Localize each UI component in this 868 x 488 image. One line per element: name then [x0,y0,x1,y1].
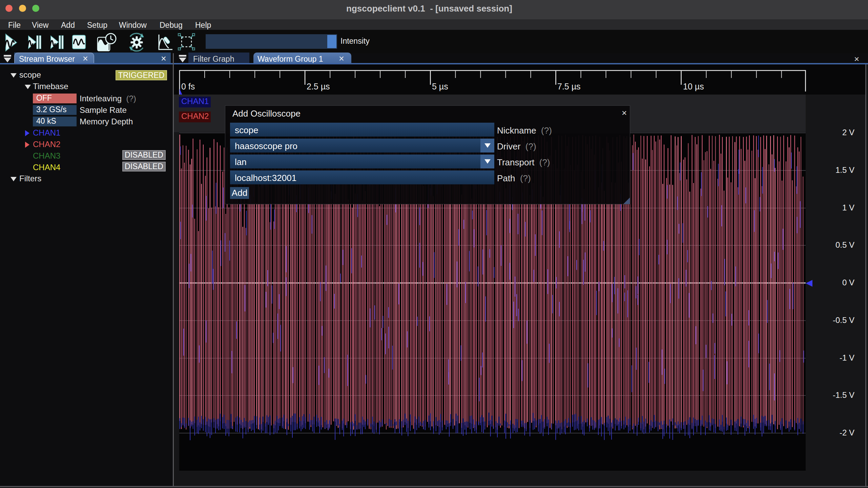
svg-text:10 µs: 10 µs [683,82,704,91]
svg-text:2.5 µs: 2.5 µs [307,82,330,91]
svg-text:0 fs: 0 fs [181,82,195,91]
svg-text:7.5 µs: 7.5 µs [557,82,581,91]
svg-text:5 µs: 5 µs [432,82,448,91]
